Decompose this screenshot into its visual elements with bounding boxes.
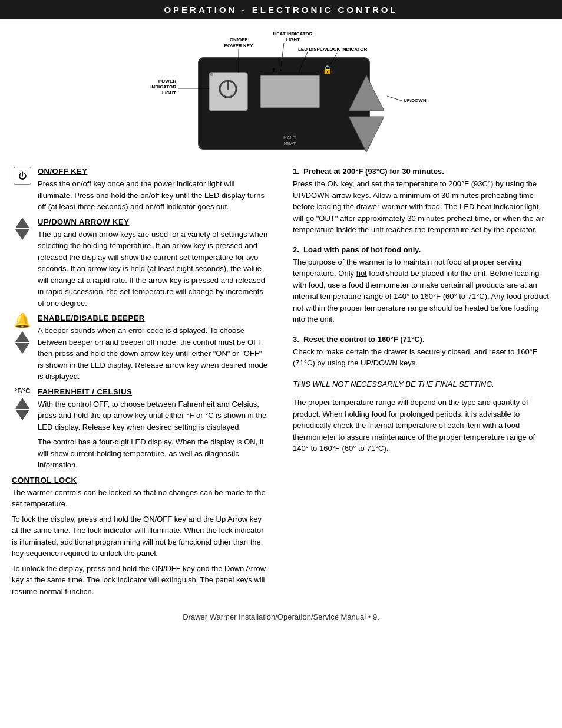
svg-text:HEAT: HEAT	[284, 141, 296, 146]
header-title: OPERATION - ELECTRONIC CONTROL	[164, 5, 398, 15]
control-lock-text3: To unlock the display, press and hold th…	[12, 563, 269, 598]
up-down-text: The up and down arrow keys are used for …	[38, 229, 269, 309]
control-lock-text2: To lock the display, press and hold the …	[12, 513, 269, 559]
diagram-area: ⬆ • 🔒 HALO HEAT ON/OFF POWER KEY HEAT IN…	[0, 25, 562, 167]
fc-down-arrow	[15, 410, 29, 420]
up-arrow-icon	[15, 218, 29, 228]
control-lock-section: CONTROL LOCK The warmer controls can be …	[12, 476, 269, 598]
on-off-section: ⏻ ON/OFF KEY Press the on/off key once a…	[12, 167, 269, 216]
step1-section: 1. Preheat at 200°F (93°C) for 30 minute…	[293, 167, 550, 236]
step2-text: The purpose of the warmer is to maintain…	[293, 256, 550, 325]
beeper-icon-box: 🔔	[12, 314, 33, 354]
step3-section: 3. Reset the control to 160°F (71°C). Ch…	[293, 335, 550, 369]
right-column: 1. Preheat at 200°F (93°C) for 30 minute…	[281, 167, 550, 601]
step2-section: 2. Load with pans of hot food only. The …	[293, 245, 550, 325]
svg-text:ON/OFF: ON/OFF	[230, 37, 247, 42]
control-diagram: ⬆ • 🔒 HALO HEAT ON/OFF POWER KEY HEAT IN…	[134, 28, 428, 158]
control-lock-title: CONTROL LOCK	[12, 476, 269, 485]
svg-text:LIGHT: LIGHT	[162, 90, 176, 95]
beeper-up-arrow	[15, 331, 29, 342]
beeper-title: ENABLE/DISABLE BEEPER	[38, 314, 269, 322]
svg-text:POWER: POWER	[158, 78, 176, 84]
svg-text:HALO: HALO	[283, 135, 296, 140]
step3-title: 3. Reset the control to 160°F (71°C).	[293, 335, 550, 344]
svg-text:POWER KEY: POWER KEY	[224, 43, 254, 48]
on-off-text: Press the on/off key once and the power …	[38, 178, 269, 213]
svg-text:HEAT INDICATOR: HEAT INDICATOR	[273, 31, 312, 37]
svg-text:LED DISPLAY: LED DISPLAY	[298, 47, 329, 52]
fc-text-block: FAHRENHEIT / CELSIUS With the control OF…	[38, 387, 269, 475]
beeper-text-block: ENABLE/DISABLE BEEPER A beeper sounds wh…	[38, 314, 269, 386]
final-text: The proper temperature range will depend…	[293, 397, 550, 454]
on-off-title: ON/OFF KEY	[38, 167, 269, 176]
up-down-title: UP/DOWN ARROW KEY	[38, 218, 269, 226]
svg-text:•: •	[280, 67, 282, 73]
up-down-icon-box	[12, 218, 33, 240]
fc-arrow-pair	[15, 398, 29, 420]
on-off-text-block: ON/OFF KEY Press the on/off key once and…	[38, 167, 269, 216]
svg-text:⬆: ⬆	[272, 67, 276, 73]
svg-rect-1	[209, 73, 247, 111]
italic-note: THIS WILL NOT NECESSARILY BE THE FINAL S…	[293, 378, 550, 390]
beeper-arrow-pair	[15, 331, 29, 354]
left-column: ⏻ ON/OFF KEY Press the on/off key once a…	[12, 167, 281, 601]
fc-up-arrow	[15, 398, 29, 409]
footer-text: Drawer Warmer Installation/Operation/Ser…	[183, 612, 379, 621]
beeper-text: A beeper sounds when an error code is di…	[38, 325, 269, 383]
svg-text:INDICATOR: INDICATOR	[150, 84, 176, 90]
step3-title-text: Reset the control to 160°F (71°C).	[303, 335, 424, 344]
svg-rect-5	[260, 75, 319, 108]
up-down-text-block: UP/DOWN ARROW KEY The up and down arrow …	[38, 218, 269, 313]
svg-text:🔒: 🔒	[322, 65, 333, 75]
fc-title: FAHRENHEIT / CELSIUS	[38, 387, 269, 396]
step2-number: 2.	[293, 245, 299, 254]
down-arrow-icon	[15, 229, 29, 240]
control-lock-text1: The warmer controls can be locked so tha…	[12, 487, 269, 510]
fc-text1: With the control OFF, to choose between …	[38, 398, 269, 433]
step1-number: 1.	[293, 167, 299, 176]
svg-text:LIGHT: LIGHT	[286, 37, 300, 42]
fc-text2: The control has a four-digit LED display…	[38, 436, 269, 471]
svg-text:LOCK INDICATOR: LOCK INDICATOR	[327, 47, 368, 52]
fahrenheit-celsius-section: °F/°C FAHRENHEIT / CELSIUS With the cont…	[12, 387, 269, 475]
fc-label: °F/°C	[15, 387, 31, 394]
arrow-pair-icon	[15, 218, 29, 240]
on-off-icon-box: ⏻	[12, 167, 33, 185]
fc-icon-box: °F/°C	[12, 387, 33, 420]
step1-title-text: Preheat at 200°F (93°C) for 30 minutes.	[303, 167, 444, 176]
svg-line-28	[387, 96, 402, 101]
beeper-icon: 🔔	[14, 314, 31, 328]
step3-number: 3.	[293, 335, 299, 344]
step1-title: 1. Preheat at 200°F (93°C) for 30 minute…	[293, 167, 550, 176]
page-footer: Drawer Warmer Installation/Operation/Ser…	[0, 601, 562, 627]
step2-title-text: Load with pans of hot food only.	[303, 245, 421, 254]
step3-text: Check to make certain the drawer is secu…	[293, 346, 550, 369]
step1-text: Press the ON key, and set the temperatur…	[293, 178, 550, 236]
svg-text:UP/DOWN: UP/DOWN	[404, 98, 427, 103]
beeper-down-arrow	[15, 343, 29, 354]
beeper-section: 🔔 ENABLE/DISABLE BEEPER A beeper sounds …	[12, 314, 269, 386]
step2-title: 2. Load with pans of hot food only.	[293, 245, 550, 254]
svg-point-4	[210, 73, 213, 76]
up-down-section: UP/DOWN ARROW KEY The up and down arrow …	[12, 218, 269, 313]
page-header: OPERATION - ELECTRONIC CONTROL	[0, 0, 562, 19]
main-content: ⏻ ON/OFF KEY Press the on/off key once a…	[0, 167, 562, 601]
power-icon: ⏻	[14, 167, 31, 185]
